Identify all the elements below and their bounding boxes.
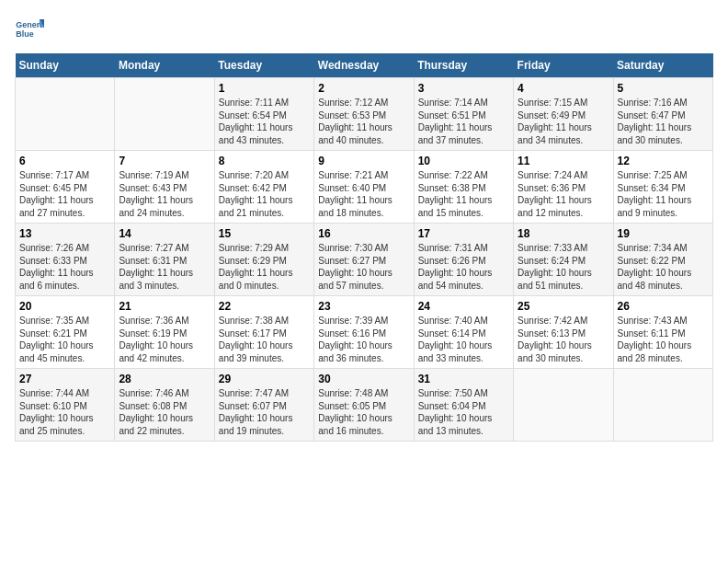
calendar-cell: 26Sunrise: 7:43 AMSunset: 6:11 PMDayligh… [613,296,712,369]
day-info: Sunrise: 7:30 AMSunset: 6:27 PMDaylight:… [318,242,409,292]
calendar-cell: 29Sunrise: 7:47 AMSunset: 6:07 PMDayligh… [214,369,313,442]
calendar-cell: 20Sunrise: 7:35 AMSunset: 6:21 PMDayligh… [16,296,115,369]
weekday-saturday: Saturday [613,53,712,78]
day-number: 4 [518,82,609,95]
calendar-cell: 23Sunrise: 7:39 AMSunset: 6:16 PMDayligh… [314,296,414,369]
day-number: 23 [318,300,409,313]
day-number: 29 [219,373,310,385]
calendar-cell: 25Sunrise: 7:42 AMSunset: 6:13 PMDayligh… [514,296,613,369]
day-number: 5 [618,82,709,95]
calendar-cell: 6Sunrise: 7:17 AMSunset: 6:45 PMDaylight… [16,151,115,224]
calendar-cell [514,369,613,442]
day-info: Sunrise: 7:22 AMSunset: 6:38 PMDaylight:… [418,169,509,219]
calendar-cell: 24Sunrise: 7:40 AMSunset: 6:14 PMDayligh… [414,296,513,369]
calendar-cell: 21Sunrise: 7:36 AMSunset: 6:19 PMDayligh… [115,296,214,369]
day-number: 3 [418,82,509,95]
calendar-cell: 28Sunrise: 7:46 AMSunset: 6:08 PMDayligh… [115,369,214,442]
day-number: 18 [518,227,609,240]
day-number: 26 [618,300,709,313]
day-number: 8 [219,155,310,167]
calendar-body: 1Sunrise: 7:11 AMSunset: 6:54 PMDaylight… [16,78,713,442]
day-info: Sunrise: 7:26 AMSunset: 6:33 PMDaylight:… [19,242,110,292]
calendar-cell: 31Sunrise: 7:50 AMSunset: 6:04 PMDayligh… [414,369,513,442]
day-info: Sunrise: 7:31 AMSunset: 6:26 PMDaylight:… [418,242,509,292]
calendar-week-5: 27Sunrise: 7:44 AMSunset: 6:10 PMDayligh… [16,369,713,442]
calendar-cell: 3Sunrise: 7:14 AMSunset: 6:51 PMDaylight… [414,78,513,151]
calendar-week-2: 6Sunrise: 7:17 AMSunset: 6:45 PMDaylight… [16,151,713,224]
day-info: Sunrise: 7:25 AMSunset: 6:34 PMDaylight:… [618,169,709,219]
calendar-cell: 15Sunrise: 7:29 AMSunset: 6:29 PMDayligh… [214,224,313,296]
calendar-cell: 1Sunrise: 7:11 AMSunset: 6:54 PMDaylight… [214,78,313,151]
calendar-cell: 10Sunrise: 7:22 AMSunset: 6:38 PMDayligh… [414,151,513,224]
day-number: 31 [418,373,509,385]
day-number: 20 [19,300,110,313]
calendar-cell: 27Sunrise: 7:44 AMSunset: 6:10 PMDayligh… [16,369,115,442]
calendar-cell: 4Sunrise: 7:15 AMSunset: 6:49 PMDaylight… [514,78,613,151]
day-info: Sunrise: 7:36 AMSunset: 6:19 PMDaylight:… [119,315,210,364]
calendar-cell: 2Sunrise: 7:12 AMSunset: 6:53 PMDaylight… [314,78,414,151]
svg-text:Blue: Blue [16,29,33,39]
calendar-cell: 14Sunrise: 7:27 AMSunset: 6:31 PMDayligh… [115,224,214,296]
weekday-wednesday: Wednesday [314,53,414,78]
day-number: 27 [19,373,110,385]
day-number: 2 [318,82,409,95]
day-number: 11 [518,155,609,167]
weekday-thursday: Thursday [414,53,513,78]
day-info: Sunrise: 7:35 AMSunset: 6:21 PMDaylight:… [19,315,110,364]
calendar-cell: 18Sunrise: 7:33 AMSunset: 6:24 PMDayligh… [514,224,613,296]
weekday-monday: Monday [115,53,214,78]
calendar-cell [115,78,214,151]
day-info: Sunrise: 7:20 AMSunset: 6:42 PMDaylight:… [219,169,310,219]
day-number: 19 [618,227,709,240]
day-number: 6 [19,155,110,167]
day-info: Sunrise: 7:14 AMSunset: 6:51 PMDaylight:… [418,97,509,146]
day-info: Sunrise: 7:15 AMSunset: 6:49 PMDaylight:… [518,97,609,146]
day-info: Sunrise: 7:42 AMSunset: 6:13 PMDaylight:… [518,315,609,364]
day-info: Sunrise: 7:29 AMSunset: 6:29 PMDaylight:… [219,242,310,292]
day-info: Sunrise: 7:12 AMSunset: 6:53 PMDaylight:… [318,97,409,146]
calendar-cell: 12Sunrise: 7:25 AMSunset: 6:34 PMDayligh… [613,151,712,224]
day-info: Sunrise: 7:19 AMSunset: 6:43 PMDaylight:… [119,169,210,219]
day-info: Sunrise: 7:38 AMSunset: 6:17 PMDaylight:… [219,315,310,364]
page-header: General Blue [15,15,713,44]
day-info: Sunrise: 7:24 AMSunset: 6:36 PMDaylight:… [518,169,609,219]
day-info: Sunrise: 7:17 AMSunset: 6:45 PMDaylight:… [19,169,110,219]
calendar-cell: 9Sunrise: 7:21 AMSunset: 6:40 PMDaylight… [314,151,414,224]
calendar-cell: 17Sunrise: 7:31 AMSunset: 6:26 PMDayligh… [414,224,513,296]
day-number: 25 [518,300,609,313]
day-info: Sunrise: 7:21 AMSunset: 6:40 PMDaylight:… [318,169,409,219]
day-info: Sunrise: 7:34 AMSunset: 6:22 PMDaylight:… [618,242,709,292]
day-info: Sunrise: 7:39 AMSunset: 6:16 PMDaylight:… [318,315,409,364]
day-info: Sunrise: 7:16 AMSunset: 6:47 PMDaylight:… [618,97,709,146]
logo: General Blue [15,15,48,44]
calendar-table: SundayMondayTuesdayWednesdayThursdayFrid… [15,53,713,442]
day-number: 15 [219,227,310,240]
day-info: Sunrise: 7:46 AMSunset: 6:08 PMDaylight:… [119,387,210,437]
day-info: Sunrise: 7:47 AMSunset: 6:07 PMDaylight:… [219,387,310,437]
day-number: 13 [19,227,110,240]
day-number: 12 [618,155,709,167]
day-info: Sunrise: 7:40 AMSunset: 6:14 PMDaylight:… [418,315,509,364]
day-number: 24 [418,300,509,313]
calendar-cell: 11Sunrise: 7:24 AMSunset: 6:36 PMDayligh… [514,151,613,224]
calendar-cell: 30Sunrise: 7:48 AMSunset: 6:05 PMDayligh… [314,369,414,442]
day-number: 14 [119,227,210,240]
calendar-cell: 19Sunrise: 7:34 AMSunset: 6:22 PMDayligh… [613,224,712,296]
day-number: 16 [318,227,409,240]
day-number: 28 [119,373,210,385]
day-number: 1 [219,82,310,95]
day-number: 7 [119,155,210,167]
day-info: Sunrise: 7:33 AMSunset: 6:24 PMDaylight:… [518,242,609,292]
day-number: 21 [119,300,210,313]
calendar-cell: 8Sunrise: 7:20 AMSunset: 6:42 PMDaylight… [214,151,313,224]
day-number: 10 [418,155,509,167]
calendar-week-1: 1Sunrise: 7:11 AMSunset: 6:54 PMDaylight… [16,78,713,151]
weekday-friday: Friday [514,53,613,78]
day-info: Sunrise: 7:44 AMSunset: 6:10 PMDaylight:… [19,387,110,437]
weekday-sunday: Sunday [16,53,115,78]
calendar-cell [16,78,115,151]
calendar-cell: 13Sunrise: 7:26 AMSunset: 6:33 PMDayligh… [16,224,115,296]
calendar-week-4: 20Sunrise: 7:35 AMSunset: 6:21 PMDayligh… [16,296,713,369]
calendar-header: SundayMondayTuesdayWednesdayThursdayFrid… [16,53,713,78]
day-number: 22 [219,300,310,313]
